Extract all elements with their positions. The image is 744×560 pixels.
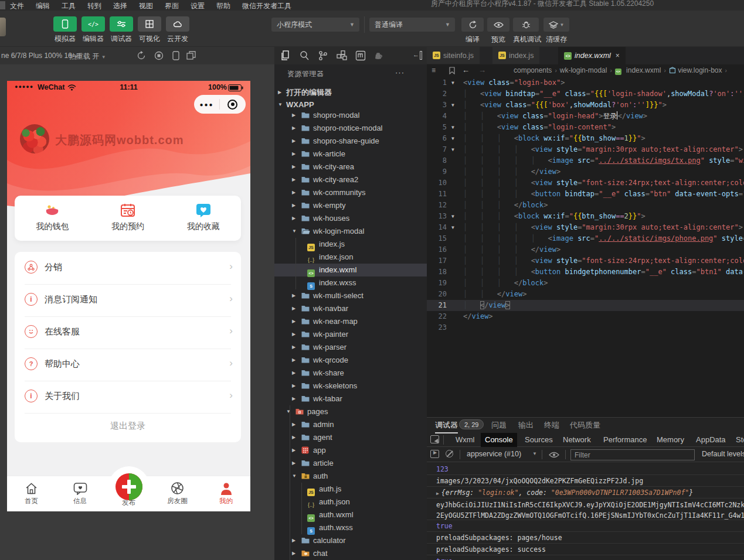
code-line-21[interactable]: 21│ </view> <box>427 300 744 311</box>
devtools-tab-Wxml[interactable]: Wxml <box>451 433 479 447</box>
tree-item-auth.json[interactable]: {..}auth.json <box>274 496 427 508</box>
toolbar-button-编辑器[interactable]: </>编辑器 <box>81 16 105 44</box>
tree-item-article[interactable]: ▶article <box>274 457 427 470</box>
code-line-9[interactable]: 9│ │ │ │ </view> <box>427 166 744 177</box>
tab-我的[interactable]: 我的 <box>202 481 250 506</box>
git-branch-icon[interactable] <box>318 50 328 61</box>
code-line-6[interactable]: 6▼│ │ │ <block wx:if="{{btn_show==1}}"> <box>427 133 744 144</box>
tree-item-wk-communitys[interactable]: ▶wk-communitys <box>274 186 427 199</box>
outline-icon[interactable]: ≡ <box>432 66 436 74</box>
code-line-7[interactable]: 7▼│ │ │ │ <view style="margin:30rpx auto… <box>427 144 744 155</box>
debug-tab-终端[interactable]: 终端 <box>544 420 559 431</box>
tree-item-wk-login-modal[interactable]: ▼wk-login-modal <box>274 225 427 238</box>
search-icon[interactable] <box>299 50 310 61</box>
devtools-tab-Performance[interactable]: Performance <box>599 433 651 447</box>
tree-item-shopro-notice-modal[interactable]: ▶shopro-notice-modal <box>274 122 427 135</box>
context-select[interactable]: appservice (#10) <box>467 450 521 458</box>
list-item-消息订阅通知[interactable]: i消息订阅通知› <box>15 284 241 316</box>
tree-item-wk-skeletons[interactable]: ▶wk-skeletons <box>274 380 427 392</box>
user-photo[interactable] <box>20 124 49 153</box>
tree-item-wk-multi-select[interactable]: ▶wk-multi-select <box>274 289 427 302</box>
code-line-19[interactable]: 19│ │ │ </block> <box>427 278 744 289</box>
crumb-components[interactable]: components <box>514 66 552 74</box>
debug-tab-问题[interactable]: 问题 <box>491 420 507 431</box>
inspect-icon[interactable] <box>430 435 439 443</box>
tree-item-wk-houses[interactable]: ▶wk-houses <box>274 212 427 225</box>
tree-item-calculator[interactable]: ▶calculator <box>274 534 427 547</box>
tree-item-index.js[interactable]: JSindex.js <box>274 238 427 251</box>
filter-input[interactable]: Filter <box>570 449 695 460</box>
code-line-4[interactable]: 4│ │ <view class="login-head">登录</view> <box>427 111 744 122</box>
user-avatar[interactable] <box>0 18 6 36</box>
bookmark-icon[interactable] <box>449 67 455 74</box>
eye-icon[interactable] <box>549 452 559 458</box>
debug-tab-调试器[interactable]: 调试器 <box>435 420 458 433</box>
tree-item-wk-parser[interactable]: ▶wk-parser <box>274 341 427 354</box>
crumb-wk-login-modal[interactable]: wk-login-modal <box>560 66 607 74</box>
code-line-5[interactable]: 5▼│ │ <view class="login-content"> <box>427 122 744 133</box>
rotate-icon[interactable] <box>137 51 146 60</box>
tree-item-auth.wxml[interactable]: <>auth.wxml <box>274 508 427 521</box>
forward-icon[interactable]: → <box>478 66 486 74</box>
tree-item-index.wxml[interactable]: <>index.wxml <box>274 264 427 276</box>
code-line-16[interactable]: 16│ │ │ │ </view> <box>427 244 744 255</box>
code-line-22[interactable]: 22</view> <box>427 311 744 322</box>
code-line-23[interactable]: 23 <box>427 322 744 333</box>
tree-item-wk-empty[interactable]: ▶wk-empty <box>274 199 427 212</box>
menu-我的钱包[interactable]: 我的钱包 <box>15 196 90 241</box>
tab-首页[interactable]: 首页 <box>7 481 56 506</box>
tree-item-shopro-share-guide[interactable]: ▶shopro-share-guide <box>274 135 427 148</box>
code-line-13[interactable]: 13▼│ │ │ <block wx:if="{{btn_show==2}}"> <box>427 211 744 222</box>
tree-item-wk-navbar[interactable]: ▶wk-navbar <box>274 302 427 315</box>
sidebar-toggle-icon[interactable]: ▶ <box>430 450 439 458</box>
fold-icon[interactable]: ▼ <box>451 144 454 155</box>
mode-select[interactable]: 小程序模式▼ <box>271 18 359 32</box>
action-真机调试[interactable]: 真机调试 <box>513 18 539 45</box>
code-line-2[interactable]: 2│ <view bindtap="__e" class="{{['login-… <box>427 88 744 100</box>
devtools-tab-Storage[interactable]: Storage <box>732 433 744 447</box>
devtools-tab-Memory[interactable]: Memory <box>653 433 688 447</box>
fold-icon[interactable]: ▼ <box>451 133 454 144</box>
stop-icon[interactable] <box>154 51 164 60</box>
tree-item-chat[interactable]: ▶chat <box>274 547 427 560</box>
more-actions-icon[interactable]: ··· <box>395 68 405 77</box>
npm-icon[interactable] <box>355 50 366 61</box>
action-预览[interactable]: 预览 <box>487 18 509 45</box>
toolbar-button-云开发[interactable]: 云开发 <box>166 16 189 44</box>
tab-index.wxml[interactable]: <>index.wxml× <box>558 47 626 64</box>
tab-房友圈[interactable]: 房友圈 <box>153 481 202 506</box>
back-icon[interactable]: ← <box>462 66 470 74</box>
code-line-14[interactable]: 14▼│ │ │ │ <view style="margin:30rpx aut… <box>427 222 744 233</box>
code-line-11[interactable]: 11│ │ │ │ <button bindtap="__e" class="b… <box>427 189 744 200</box>
code-line-15[interactable]: 15│ │ │ │ │ <image src="../../static/img… <box>427 233 744 244</box>
action-清缓存[interactable]: ▼清缓存 <box>543 18 569 45</box>
tree-item-index.json[interactable]: {..}index.json <box>274 251 427 264</box>
crumb-view.login-box[interactable]: view.login-box <box>669 66 722 74</box>
compile-select[interactable]: 普通编译▼ <box>369 18 455 32</box>
crumb-index.wxml[interactable]: <> index.wxml <box>615 66 661 74</box>
clear-console-icon[interactable] <box>446 450 453 457</box>
tree-item-admin[interactable]: ▶admin <box>274 418 427 431</box>
code-line-1[interactable]: 1▼<view class="login-box"> <box>427 77 744 88</box>
toolbar-button-模拟器[interactable]: 模拟器 <box>53 16 77 44</box>
phone-rotate-icon[interactable] <box>172 51 180 60</box>
tree-item-wk-painter[interactable]: ▶wk-painter <box>274 328 427 341</box>
files-icon[interactable] <box>280 50 291 61</box>
tab-siteinfo.js[interactable]: JSsiteinfo.js <box>427 47 480 64</box>
toolbar-button-调试器[interactable]: 调试器 <box>110 16 133 44</box>
section-打开的编辑器[interactable]: ▶打开的编辑器 <box>274 86 427 99</box>
code-line-17[interactable]: 17│ │ │ │ <view style="font-size:24rpx;t… <box>427 255 744 267</box>
list-item-关于我们[interactable]: i关于我们› <box>15 381 241 413</box>
tree-item-auth.js[interactable]: JSauth.js <box>274 483 427 496</box>
tree-item-auth[interactable]: ▼auth <box>274 470 427 483</box>
tab-信息[interactable]: 信息 <box>56 481 104 506</box>
devtools-tab-Network[interactable]: Network <box>559 433 595 447</box>
close-tab-icon[interactable]: × <box>616 52 620 60</box>
code-line-10[interactable]: 10│ │ │ │ <view style="font-size:24rpx;t… <box>427 177 744 189</box>
hot-reload-toggle[interactable]: 热重载 开 ▼ <box>69 52 106 62</box>
code-line-3[interactable]: 3▼│ <view class="{{['box',showModal?'on'… <box>427 100 744 111</box>
log-levels-select[interactable]: Default levels <box>702 450 744 458</box>
tree-item-auth.wxss[interactable]: Sauth.wxss <box>274 521 427 534</box>
tree-item-wk-city-area[interactable]: ▶wk-city-area <box>274 161 427 173</box>
menu-我的收藏[interactable]: 我的收藏 <box>165 196 241 241</box>
